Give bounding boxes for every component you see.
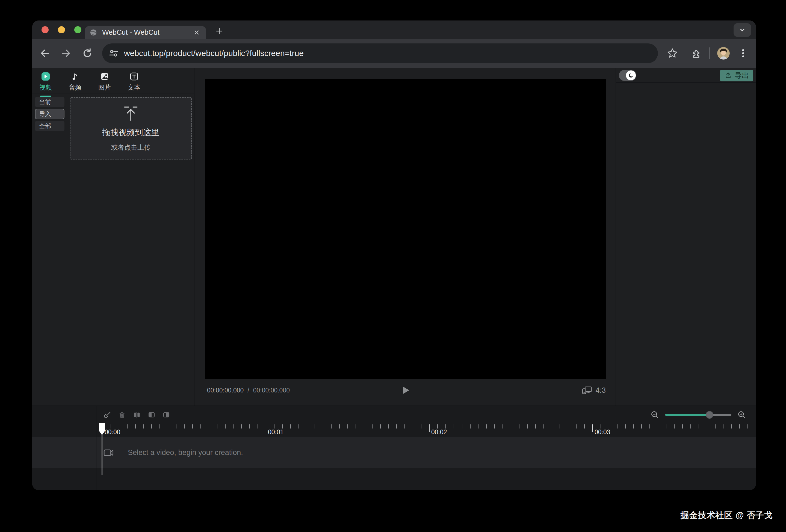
- back-button[interactable]: [39, 47, 51, 59]
- url-text: webcut.top/product/webcut/public?fullscr…: [124, 49, 304, 58]
- browser-tab-strip: WebCut - WebCut: [32, 21, 756, 39]
- zoom-slider-fill: [665, 414, 710, 416]
- filter-all[interactable]: 全部: [35, 121, 65, 131]
- tab-title: WebCut - WebCut: [102, 28, 192, 37]
- plus-icon: [215, 27, 224, 36]
- toolbar-divider: [709, 47, 710, 59]
- tab-video-label: 视频: [39, 83, 52, 92]
- toggle-knob: [626, 70, 636, 80]
- minimize-window-button[interactable]: [58, 26, 65, 33]
- tab-image-label: 图片: [98, 83, 111, 92]
- timeline-placeholder-text: Select a video, begin your creation.: [128, 448, 243, 457]
- media-filter-list: 当前 导入 全部: [35, 97, 65, 131]
- tab-text-label: 文本: [128, 83, 140, 92]
- chevron-down-icon: [738, 26, 747, 34]
- back-arrow-icon: [39, 48, 50, 59]
- address-bar[interactable]: webcut.top/product/webcut/public?fullscr…: [102, 43, 658, 63]
- split-clip-icon[interactable]: [133, 411, 141, 419]
- zoom-slider-knob[interactable]: [706, 411, 713, 419]
- time-separator: /: [248, 387, 249, 394]
- close-window-button[interactable]: [42, 26, 49, 33]
- music-note-icon: [71, 72, 79, 81]
- timeline-toolbar: [96, 407, 170, 423]
- forward-button[interactable]: [60, 47, 72, 59]
- device-ratio-icon: [582, 386, 592, 395]
- dropzone-subtitle: 或者点击上传: [111, 143, 151, 152]
- timecode: 00:00:00.000 / 00:00:00.000: [207, 382, 290, 399]
- zoom-slider[interactable]: [665, 414, 731, 416]
- trim-right-icon[interactable]: [162, 411, 170, 419]
- zoom-out-icon[interactable]: [650, 411, 659, 419]
- tab-close-icon[interactable]: [192, 28, 201, 37]
- preview-controls: 00:00:00.000 / 00:00:00.000 4:3: [205, 382, 606, 399]
- media-tabs-divider: [32, 93, 194, 93]
- timeline-panel: 00:0000:0100:0200:03 Select a video, beg…: [32, 406, 756, 490]
- maximize-window-button[interactable]: [74, 26, 82, 33]
- reload-button[interactable]: [82, 47, 93, 59]
- video-upload-dropzone[interactable]: 拖拽视频到这里 或者点击上传: [70, 97, 192, 160]
- timeline-placeholder-row: Select a video, begin your creation.: [96, 437, 243, 468]
- bookmark-star-icon[interactable]: [666, 47, 679, 60]
- media-panel: 视频 音频 图片: [32, 68, 194, 406]
- menu-dots-icon[interactable]: [737, 47, 749, 60]
- inspector-header: 导出: [616, 68, 756, 83]
- export-button[interactable]: 导出: [720, 70, 753, 82]
- inspector-panel: 导出: [616, 68, 756, 406]
- globe-favicon-icon: [90, 29, 97, 36]
- extensions-puzzle-icon[interactable]: [689, 47, 701, 60]
- clean-brush-icon[interactable]: [103, 411, 111, 419]
- export-upload-icon: [724, 72, 732, 79]
- upload-arrow-icon: [122, 105, 140, 123]
- current-time: 00:00:00.000: [207, 387, 244, 394]
- total-time: 00:00:00.000: [253, 387, 290, 394]
- trim-left-icon[interactable]: [148, 411, 155, 419]
- browser-toolbar: webcut.top/product/webcut/public?fullscr…: [32, 39, 756, 68]
- filter-current[interactable]: 当前: [35, 97, 65, 107]
- new-tab-button[interactable]: [212, 24, 226, 38]
- picture-icon: [100, 72, 109, 81]
- watermark-text: 掘金技术社区 @ 否子戈: [680, 510, 773, 521]
- aspect-ratio-value: 4:3: [595, 386, 606, 395]
- timeline-zoom-controls: [650, 407, 746, 423]
- aspect-ratio-control[interactable]: 4:3: [582, 382, 606, 399]
- text-icon: [130, 72, 138, 81]
- site-settings-icon[interactable]: [108, 47, 120, 59]
- video-canvas: [205, 79, 606, 379]
- video-camera-icon: [103, 447, 114, 458]
- profile-avatar[interactable]: [717, 47, 730, 60]
- browser-tab[interactable]: WebCut - WebCut: [85, 26, 206, 39]
- zoom-in-icon[interactable]: [737, 411, 746, 419]
- preview-panel: 00:00:00.000 / 00:00:00.000 4:3: [195, 68, 615, 406]
- filter-import[interactable]: 导入: [35, 109, 65, 119]
- moon-icon: [628, 72, 634, 79]
- play-button[interactable]: [399, 384, 412, 396]
- tab-audio-label: 音频: [69, 83, 82, 92]
- timeline-ruler[interactable]: 00:0000:0100:0200:03: [96, 424, 756, 436]
- play-icon: [399, 385, 411, 396]
- browser-window: WebCut - WebCut: [32, 21, 756, 490]
- video-play-icon: [41, 72, 50, 81]
- dark-mode-toggle[interactable]: [619, 70, 636, 81]
- tab-strip-chevron-button[interactable]: [734, 23, 751, 37]
- window-controls: [42, 21, 82, 39]
- dropzone-title: 拖拽视频到这里: [102, 127, 160, 138]
- playhead-line: [101, 435, 102, 475]
- track-header-divider: [96, 407, 96, 490]
- reload-icon: [82, 48, 93, 59]
- delete-trash-icon[interactable]: [118, 411, 126, 419]
- forward-arrow-icon: [60, 48, 72, 59]
- webcut-app: 视频 音频 图片: [32, 68, 756, 490]
- export-label: 导出: [735, 71, 749, 80]
